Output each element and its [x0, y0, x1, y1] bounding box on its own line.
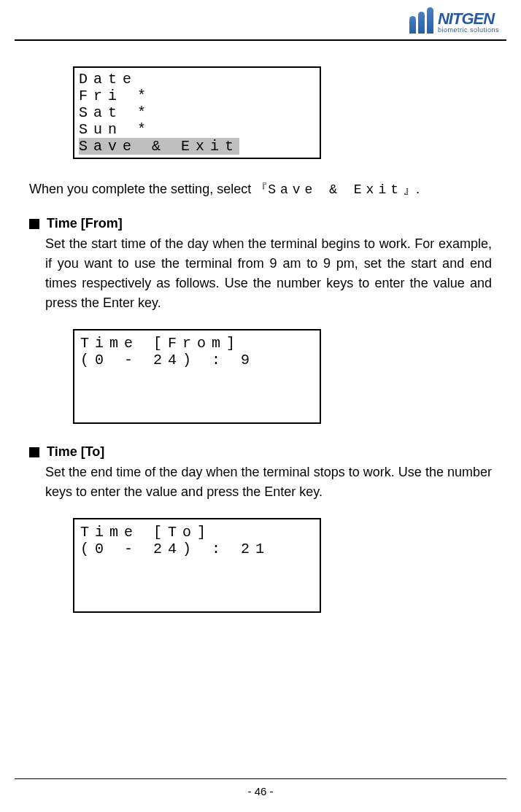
lcd-display-date: Date Fri * Sat * Sun * Save & Exit	[73, 66, 321, 159]
logo-text: NITGEN biometric solutions	[438, 11, 499, 34]
page-content: Date Fri * Sat * Sun * Save & Exit When …	[0, 41, 521, 613]
lcd-line: Time [From]	[80, 335, 314, 352]
lcd-display-time-to: Time [To] (0 - 24) : 21	[73, 518, 321, 613]
section-heading-time-from: Time [From]	[29, 216, 492, 231]
page-footer: - 46 -	[0, 778, 521, 797]
logo: NITGEN biometric solutions	[409, 7, 499, 34]
lcd-line: Fri *	[79, 88, 315, 104]
section-body: Set the end time of the day when the ter…	[29, 463, 492, 502]
section-body: Set the start time of the day when the t…	[29, 234, 492, 313]
lcd-line: (0 - 24) : 21	[80, 541, 314, 557]
lcd-line: Date	[79, 71, 315, 88]
lcd-line: (0 - 24) : 9	[80, 352, 314, 368]
page-header: NITGEN biometric solutions	[0, 0, 521, 34]
lcd-display-time-from: Time [From] (0 - 24) : 9	[73, 329, 321, 424]
logo-bars-icon	[409, 7, 433, 34]
logo-tagline: biometric solutions	[438, 27, 499, 34]
lcd-line: Sat *	[79, 104, 315, 121]
section-heading-time-to: Time [To]	[29, 444, 492, 460]
save-exit-mono: Save & Exit	[268, 182, 403, 197]
square-bullet-icon	[29, 447, 39, 457]
square-bullet-icon	[29, 219, 39, 229]
lcd-line-highlighted: Save & Exit	[79, 138, 239, 155]
lcd-line: Time [To]	[80, 524, 314, 541]
para-text: When you complete the setting, select 『	[29, 182, 268, 196]
footer-divider	[15, 778, 506, 779]
section-title: Time [To]	[47, 444, 104, 460]
lcd-line: Sun *	[79, 121, 315, 138]
section-title: Time [From]	[47, 216, 123, 231]
page-number: - 46 -	[0, 785, 521, 797]
logo-name: NITGEN	[438, 11, 499, 27]
para-text: 』.	[403, 182, 420, 196]
instruction-paragraph: When you complete the setting, select 『S…	[29, 179, 492, 200]
